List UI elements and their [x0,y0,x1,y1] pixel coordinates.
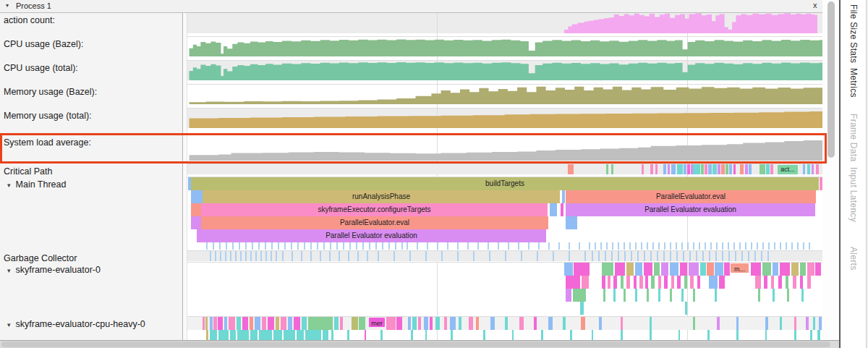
slice-skyframeexecutor-configuretargets[interactable]: skyframeExecutor.configureTargets [201,203,548,216]
slice[interactable] [459,317,461,330]
slice[interactable] [670,289,672,302]
slice[interactable] [262,317,266,330]
track-label-mem-bazel[interactable]: Memory usage (Bazel): [4,87,97,97]
slice-mer[interactable]: mer [369,318,385,327]
slice[interactable] [230,330,236,341]
slice[interactable] [677,164,683,174]
slice[interactable] [654,263,660,276]
slice[interactable] [701,164,704,174]
track-label-critical-path[interactable]: Critical Path [4,166,52,177]
slice[interactable] [690,276,694,289]
slice[interactable] [352,317,358,330]
slice[interactable] [645,276,648,289]
slice[interactable] [803,164,805,174]
slice[interactable] [308,317,333,330]
slice[interactable] [302,317,307,330]
slice[interactable] [635,289,637,302]
slice[interactable] [644,263,652,276]
slice[interactable] [237,317,241,330]
slice[interactable] [736,317,739,330]
slice[interactable] [639,276,643,289]
slice[interactable] [749,164,752,174]
slice[interactable] [681,289,684,302]
slice[interactable] [242,317,248,330]
slice[interactable] [791,263,799,276]
slice[interactable] [237,330,249,341]
track-chart-sys-load[interactable] [187,135,822,161]
slice[interactable] [276,317,279,330]
slice[interactable] [717,317,720,330]
slice[interactable] [323,330,328,341]
slice[interactable] [801,289,804,302]
slice[interactable] [613,276,617,289]
slice[interactable] [347,330,349,341]
close-icon[interactable]: x [813,1,817,9]
slice[interactable] [707,330,710,341]
slice[interactable] [655,164,658,174]
slice[interactable] [563,317,566,330]
slice[interactable] [794,317,796,330]
slice[interactable] [210,330,217,341]
slice[interactable] [685,302,687,315]
slice[interactable] [693,164,700,174]
slice[interactable] [334,317,339,330]
track-label-sys-load[interactable]: System load average: [4,137,91,148]
slice[interactable] [678,330,680,341]
slice[interactable] [671,276,674,289]
slice[interactable] [268,317,274,330]
slice[interactable] [297,330,304,341]
slice[interactable] [764,276,767,289]
slice[interactable] [707,263,714,276]
track-chart-gc[interactable] [187,251,822,260]
slice[interactable] [661,263,668,276]
slice[interactable] [273,330,282,341]
slice[interactable] [684,164,686,174]
slice[interactable] [451,330,453,341]
slice[interactable] [810,330,812,341]
slice[interactable] [566,276,580,289]
slice[interactable] [550,203,557,216]
slice[interactable] [626,276,630,289]
slice[interactable] [191,190,203,203]
slice[interactable] [621,330,623,341]
slice[interactable] [642,164,644,174]
slice[interactable] [430,317,433,330]
track-label-sky-eval-0[interactable]: ▾skyframe-evaluator-0 [7,265,101,275]
slice[interactable] [548,317,553,330]
slice[interactable] [592,330,593,341]
slice[interactable] [670,263,678,276]
slice[interactable] [680,263,687,276]
slice[interactable] [719,276,725,289]
slice[interactable] [568,164,574,174]
track-chart-mem-bazel[interactable] [187,85,822,104]
slice[interactable] [668,164,670,174]
slice[interactable] [613,289,616,302]
slice[interactable] [786,276,788,289]
slice[interactable] [765,317,768,330]
slice[interactable] [435,317,440,330]
slice[interactable] [700,263,706,276]
slice[interactable] [634,276,637,289]
slice[interactable] [709,276,718,289]
collapse-arrow-icon[interactable]: ▾ [7,321,11,328]
slice[interactable] [602,263,613,276]
slice[interactable] [771,276,774,289]
track-label-mem-total[interactable]: Memory usage (total): [4,111,92,121]
slice[interactable] [483,330,485,341]
slice[interactable] [608,276,610,289]
track-chart-action-count[interactable] [187,13,822,33]
slice[interactable] [806,317,809,330]
slice-buildtargets[interactable]: buildTargets [191,177,819,190]
slice[interactable] [780,317,782,330]
slice[interactable] [664,276,668,289]
slice[interactable] [718,164,720,174]
slice[interactable] [294,317,300,330]
slice[interactable] [255,317,260,330]
slice[interactable] [305,330,321,341]
slice[interactable] [412,317,417,330]
slice[interactable] [819,317,822,330]
collapse-arrow-icon[interactable]: ▾ [7,182,11,189]
slice[interactable] [564,263,573,276]
slice[interactable] [751,263,761,276]
slice[interactable] [424,317,428,330]
